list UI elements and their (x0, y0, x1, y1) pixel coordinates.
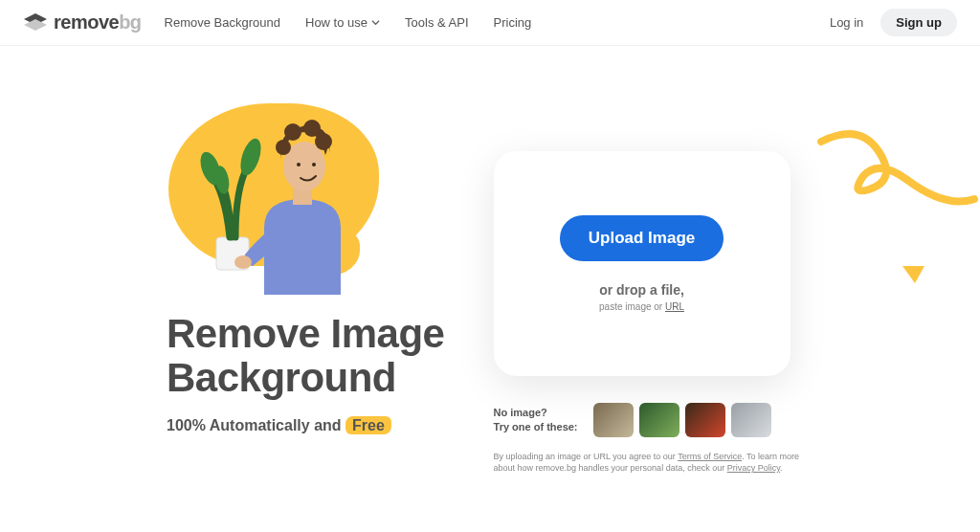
sample-thumbnail-4[interactable] (731, 403, 771, 437)
sample-thumbnail-2[interactable] (639, 403, 679, 437)
hero-right: Upload Image or drop a file, paste image… (456, 84, 926, 474)
svg-point-12 (297, 163, 301, 166)
svg-point-14 (234, 255, 252, 269)
auth: Log in Sign up (830, 9, 957, 36)
sample-thumbnails (593, 403, 771, 437)
nav-remove-background[interactable]: Remove Background (165, 15, 280, 30)
svg-marker-15 (902, 266, 924, 283)
svg-point-9 (315, 133, 332, 150)
nav: Remove Background How to use Tools & API… (165, 15, 532, 30)
drop-file-text: or drop a file, (599, 282, 684, 298)
nav-how-to-use-label: How to use (305, 15, 368, 30)
svg-point-4 (236, 136, 264, 178)
headline: Remove Image Background (167, 312, 456, 400)
legal-disclaimer: By uploading an image or URL you agree t… (494, 451, 800, 474)
upload-image-button[interactable]: Upload Image (560, 215, 724, 261)
paste-url-link[interactable]: URL (665, 301, 684, 312)
squiggle-decoration-icon (812, 122, 980, 295)
nav-pricing[interactable]: Pricing (494, 15, 532, 30)
headline-line2: Background (167, 355, 396, 400)
subheadline: 100% Automatically and Free (167, 417, 456, 434)
login-link[interactable]: Log in (830, 15, 863, 30)
sample-thumbnail-3[interactable] (685, 403, 725, 437)
paste-text: paste image or URL (599, 301, 684, 312)
chevron-down-icon (371, 18, 380, 27)
hero: Remove Image Background 100% Automatical… (0, 46, 980, 474)
subhead-prefix: 100% Automatically and (167, 417, 342, 433)
logo[interactable]: removebg (23, 11, 142, 33)
logo-icon (23, 12, 48, 33)
person-with-plant-icon (197, 113, 369, 295)
svg-point-10 (284, 123, 301, 141)
sample-thumbnail-1[interactable] (593, 403, 634, 437)
logo-text-suffix: bg (119, 11, 141, 33)
header: removebg Remove Background How to use To… (0, 0, 980, 46)
free-badge: Free (345, 416, 391, 434)
legal-tail: . (780, 463, 783, 473)
paste-prefix: paste image or (599, 301, 665, 312)
svg-point-11 (303, 120, 321, 137)
samples-try-one: Try one of these: (494, 421, 578, 432)
nav-tools-api[interactable]: Tools & API (405, 15, 468, 30)
upload-card[interactable]: Upload Image or drop a file, paste image… (494, 151, 791, 376)
terms-of-service-link[interactable]: Terms of Service (678, 452, 742, 461)
nav-how-to-use[interactable]: How to use (305, 15, 380, 30)
signup-button[interactable]: Sign up (880, 9, 957, 36)
svg-point-13 (312, 163, 316, 166)
headline-line1: Remove Image (167, 311, 444, 356)
logo-text-main: remove (54, 11, 119, 33)
samples-label: No image? Try one of these: (494, 406, 578, 434)
sample-images-row: No image? Try one of these: (494, 403, 791, 437)
svg-point-8 (276, 140, 291, 155)
privacy-policy-link[interactable]: Privacy Policy (727, 463, 780, 473)
hero-left: Remove Image Background 100% Automatical… (54, 84, 456, 474)
hero-illustration (149, 94, 398, 295)
samples-no-image: No image? (494, 407, 547, 418)
legal-prefix: By uploading an image or URL you agree t… (494, 452, 679, 461)
